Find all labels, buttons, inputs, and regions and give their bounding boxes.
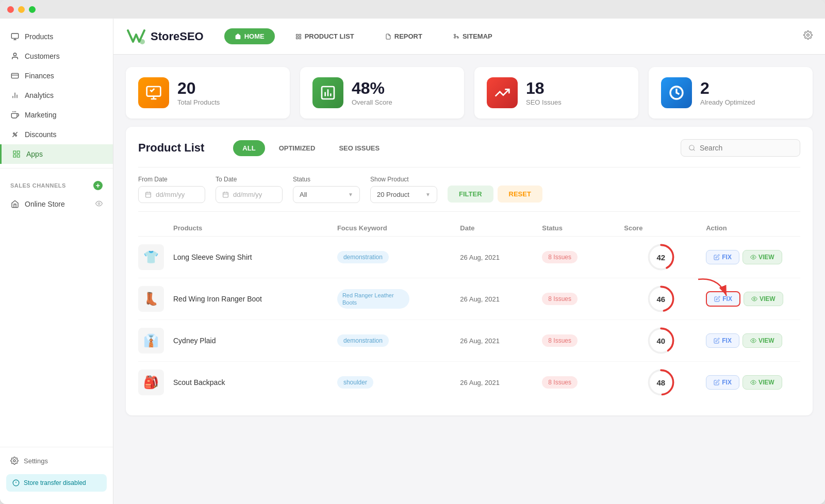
search-input[interactable] <box>700 144 793 152</box>
svg-rect-27 <box>296 37 298 39</box>
keyword-cell: demonstration <box>333 251 456 263</box>
to-date-group: To Date dd/mm/yy <box>216 176 283 203</box>
sitemap-icon <box>453 33 459 40</box>
score-number: 46 <box>648 285 674 312</box>
status-cell: 8 Issues <box>538 334 620 347</box>
product-image: 👔 <box>138 328 164 354</box>
sidebar-divider-bottom <box>0 447 113 447</box>
sidebar-item-discounts[interactable]: Discounts <box>0 125 113 144</box>
svg-rect-17 <box>13 155 16 157</box>
score-circle: 48 <box>648 369 674 396</box>
view-button[interactable]: VIEW <box>742 333 782 348</box>
filter-button[interactable]: FILTER <box>448 186 493 203</box>
from-date-input[interactable]: dd/mm/yy <box>138 186 205 203</box>
sidebar-online-store-label: Online Store <box>25 200 65 208</box>
product-name: Cydney Plaid <box>169 337 333 345</box>
fullscreen-dot[interactable] <box>29 6 36 13</box>
settings-item[interactable]: Settings <box>0 451 113 470</box>
svg-point-55 <box>752 257 754 258</box>
sidebar-item-marketing[interactable]: Marketing <box>0 105 113 125</box>
svg-point-20 <box>13 460 15 462</box>
fix-button[interactable]: FIX <box>706 291 740 307</box>
svg-rect-18 <box>17 155 20 157</box>
chevron-down-icon-2: ▼ <box>425 192 431 197</box>
svg-point-65 <box>752 382 754 383</box>
svg-point-58 <box>753 298 755 300</box>
product-name: Long Sleeve Swing Shirt <box>169 253 333 261</box>
nav-sitemap-button[interactable]: SITEMAP <box>443 28 503 44</box>
action-cell: FIX VIEW <box>702 291 800 307</box>
product-list-section: Product List ALL OPTIMIZED SEO ISSUES Fr… <box>126 127 813 415</box>
sidebar-item-label: Analytics <box>25 91 54 99</box>
close-dot[interactable] <box>7 6 14 13</box>
stat-icon-issues <box>487 77 518 108</box>
action-buttons: FILTER RESET <box>448 186 542 203</box>
svg-rect-37 <box>147 87 161 96</box>
sidebar-divider <box>0 168 113 169</box>
issues-badge: 8 Issues <box>542 251 578 263</box>
view-button[interactable]: VIEW <box>744 292 783 306</box>
score-cell: 42 <box>620 244 702 271</box>
settings-gear-button[interactable] <box>803 30 813 42</box>
stat-icon-products <box>138 77 169 108</box>
nav-product-list-button[interactable]: PRODUCT LIST <box>285 28 365 44</box>
fix-button[interactable]: FIX <box>706 333 739 348</box>
score-cell: 40 <box>620 327 702 354</box>
product-list-title: Product List <box>138 141 204 155</box>
stat-label-issues: SEO Issues <box>526 98 562 106</box>
apps-icon <box>12 149 21 159</box>
col-keyword: Focus Keyword <box>333 224 456 232</box>
filter-tabs: ALL OPTIMIZED SEO ISSUES <box>233 140 389 157</box>
list-icon <box>295 33 302 40</box>
to-date-input[interactable]: dd/mm/yy <box>216 186 283 203</box>
svg-rect-49 <box>223 192 228 197</box>
eye-btn-icon <box>751 296 757 302</box>
edit-icon <box>714 296 720 302</box>
status-select[interactable]: All ▼ <box>293 186 360 203</box>
view-button[interactable]: VIEW <box>742 375 782 390</box>
tab-all[interactable]: ALL <box>233 140 265 156</box>
sales-channels-section: SALES CHANNELS + <box>0 173 113 194</box>
sidebar-item-products[interactable]: Products <box>0 27 113 46</box>
add-channel-button[interactable]: + <box>93 181 103 190</box>
view-button[interactable]: VIEW <box>742 250 782 264</box>
sidebar-item-customers[interactable]: Customers <box>0 46 113 66</box>
sidebar-bottom: Settings Store transfer disabled <box>0 443 113 496</box>
sidebar-item-finances[interactable]: Finances <box>0 66 113 86</box>
stat-number-score: 48% <box>352 80 392 96</box>
keyword-cell: Red Ranger Leather Boots <box>333 289 456 309</box>
svg-point-13 <box>15 135 17 137</box>
stat-number-optimized: 2 <box>700 80 755 96</box>
reset-button[interactable]: RESET <box>498 186 542 203</box>
nav-report-button[interactable]: REPORT <box>375 28 433 44</box>
eye-btn-icon <box>750 254 756 260</box>
eye-icon <box>95 200 103 209</box>
sidebar-item-online-store[interactable]: Online Store <box>0 194 113 214</box>
svg-rect-26 <box>299 34 301 36</box>
tab-seo-issues[interactable]: SEO ISSUES <box>329 140 389 157</box>
col-products: Products <box>169 224 333 232</box>
date-cell: 26 Aug, 2021 <box>456 379 538 387</box>
tab-optimized[interactable]: OPTIMIZED <box>269 140 325 157</box>
minimize-dot[interactable] <box>18 6 25 13</box>
stats-row: 20 Total Products 48% Overall Score <box>113 55 825 127</box>
edit-icon <box>714 338 720 344</box>
stat-icon-score <box>312 77 343 108</box>
sidebar: Products Customers Finances Analytics <box>0 19 113 504</box>
score-cell: 48 <box>620 369 702 396</box>
fix-button[interactable]: FIX <box>706 375 739 390</box>
sidebar-item-apps[interactable]: Apps <box>0 144 113 164</box>
date-cell: 26 Aug, 2021 <box>456 337 538 345</box>
analytics-icon <box>10 91 20 100</box>
fix-button[interactable]: FIX <box>706 250 739 264</box>
date-cell: 26 Aug, 2021 <box>456 254 538 261</box>
table-row: 👕 Long Sleeve Swing Shirt demonstration … <box>138 237 800 278</box>
search-box <box>681 139 800 157</box>
status-cell: 8 Issues <box>538 293 620 305</box>
show-product-select[interactable]: 20 Product ▼ <box>370 186 437 203</box>
col-img <box>138 224 169 232</box>
nav-home-button[interactable]: HOME <box>224 28 275 44</box>
svg-rect-28 <box>299 37 301 39</box>
sidebar-item-analytics[interactable]: Analytics <box>0 86 113 105</box>
stat-info-score: 48% Overall Score <box>352 80 392 106</box>
